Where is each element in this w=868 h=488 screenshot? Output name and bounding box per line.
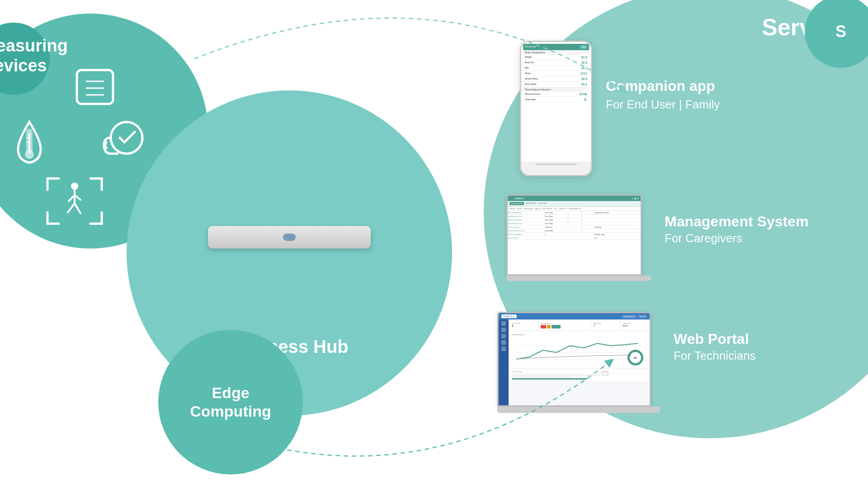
blood-pressure-icon [99,117,149,169]
edge-computing-label: Edge Computing [190,384,271,421]
edge-computing-bubble: Edge Computing [158,330,303,474]
phone-home-bar [535,164,577,165]
svg-point-9 [111,122,142,154]
measuring-devices-label: Measuring Devices [0,36,68,75]
measuring-label-line1: Measuring [0,36,68,55]
chart-value: 81 [634,357,637,359]
management-system-section: AiotBioS ≡ ▣ ✕ Residents/Info ● All Pati… [506,194,808,289]
thermometer-icon [9,117,50,174]
web-portal-text: Web Portal For Technicians [674,312,756,363]
main-scene: Measuring Devices [0,0,868,488]
management-system-text: Management System For Caregivers [665,194,808,245]
measuring-label-line2: Devices [0,56,47,75]
service-badge: S [805,0,868,68]
companion-app-phone: Readings Edit Body Composition Weight61.… [520,41,592,176]
service-bubble: Service S Readings Edit Body Composition… [484,0,868,438]
phone-screen: Readings Edit Body Composition Weight61.… [521,42,591,162]
companion-app-title: Companion app [606,77,720,96]
management-system-title: Management System [665,212,808,231]
management-system-subtitle: For Caregivers [665,231,808,245]
wellness-hub-label: Wellness Hub [127,337,452,357]
scale-icon [72,68,118,110]
companion-app-text: Companion app For End User | Family [606,41,720,112]
web-portal-section: AiotBioS ▼ DashBoard ⚙ ♦ ✕ [497,312,756,420]
web-portal-subtitle: For Technicians [674,349,756,363]
portal-laptop: AiotBioS ▼ DashBoard ⚙ ♦ ✕ [497,312,660,420]
web-portal-title: Web Portal [674,330,756,349]
svg-point-10 [71,183,78,190]
svg-line-15 [75,203,80,213]
companion-app-section: Readings Edit Body Composition Weight61.… [520,41,720,176]
wellness-hub-device [208,226,371,253]
companion-app-subtitle: For End User | Family [606,98,720,112]
management-laptop: AiotBioS ≡ ▣ ✕ Residents/Info ● All Pati… [506,194,651,289]
svg-line-14 [68,203,75,212]
svg-rect-0 [77,70,113,104]
motion-icon [45,176,104,228]
